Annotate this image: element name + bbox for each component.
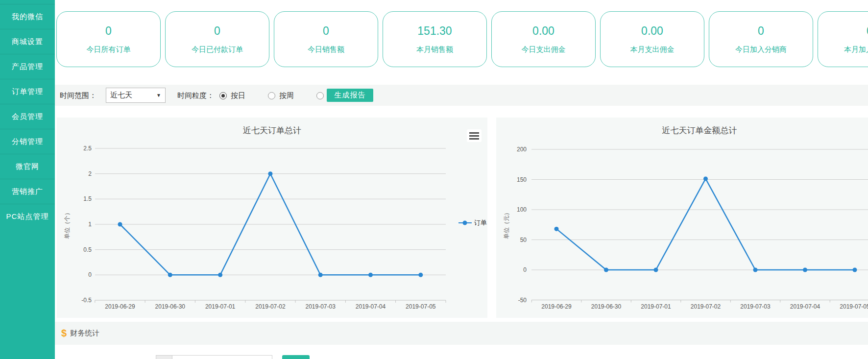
data-point [418, 273, 423, 277]
sidebar-item-partial[interactable] [0, 0, 55, 4]
finance-filter-input-group [156, 355, 272, 359]
stat-card-label: 今日已付款订单 [192, 45, 243, 54]
svg-text:2: 2 [88, 170, 92, 177]
granularity-radio-按日[interactable]: 按日 [219, 91, 245, 100]
sidebar-item-6[interactable]: 分销管理 [0, 129, 55, 154]
granularity-label: 时间粒度： [177, 91, 214, 100]
svg-text:2019-06-29: 2019-06-29 [541, 303, 572, 310]
svg-text:-50: -50 [518, 297, 527, 304]
radio-label: 按周 [279, 91, 294, 100]
finance-section-title: 财务统计 [70, 329, 99, 338]
svg-text:-0.5: -0.5 [81, 297, 92, 304]
stat-card-value: 151.30 [417, 24, 452, 38]
radio-selected-icon[interactable] [219, 92, 227, 99]
dollar-icon: $ [61, 328, 67, 339]
stat-cards-row: 0今日所有订单0今日已付款订单0今日销售额151.30本月销售额0.00今日支出… [56, 11, 868, 67]
sidebar-item-9[interactable]: PC站点管理 [0, 204, 55, 229]
data-point [703, 176, 708, 181]
svg-text:2019-06-30: 2019-06-30 [591, 303, 622, 310]
svg-text:2019-06-29: 2019-06-29 [105, 303, 135, 310]
svg-text:2019-07-04: 2019-07-04 [356, 303, 386, 310]
svg-text:2019-07-04: 2019-07-04 [790, 303, 820, 310]
data-point [268, 171, 272, 176]
sidebar-item-4[interactable]: 订单管理 [0, 79, 55, 104]
radio-unselected-icon[interactable] [316, 92, 324, 99]
svg-text:2019-07-01: 2019-07-01 [205, 303, 236, 310]
svg-text:0.5: 0.5 [83, 246, 92, 253]
stat-card-label: 本月支出佣金 [630, 45, 675, 54]
svg-text:2019-07-03: 2019-07-03 [740, 303, 771, 310]
time-range-selected-value: 近七天 [110, 91, 132, 100]
svg-text:2019-07-01: 2019-07-01 [641, 303, 671, 310]
sidebar-item-7[interactable]: 微官网 [0, 154, 55, 179]
finance-filter-input[interactable] [172, 355, 272, 359]
sidebar-item-1[interactable]: 我的微信 [0, 4, 55, 29]
stat-card: 151.30本月销售额 [383, 11, 487, 67]
stat-card-value: 0.00 [641, 24, 663, 38]
sidebar-menu: 我的微信商城设置产品管理订单管理会员管理分销管理微官网营销推广PC站点管理 [0, 4, 55, 229]
radio-unselected-icon[interactable] [268, 92, 275, 99]
svg-text:单位（个）: 单位（个） [64, 210, 71, 239]
svg-text:0: 0 [523, 266, 527, 273]
sidebar-item-2[interactable]: 商城设置 [0, 29, 55, 54]
data-point [368, 273, 373, 277]
line-chart-canvas: 200150100500-502019-06-292019-06-302019-… [496, 118, 868, 318]
stat-card-label: 今日销售额 [308, 45, 344, 54]
stat-card: 0今日已付款订单 [165, 11, 269, 67]
stat-card: 0本月加入分销商 [818, 11, 868, 67]
svg-text:50: 50 [520, 237, 527, 243]
stat-card: 0今日销售额 [274, 11, 378, 67]
data-point [168, 273, 172, 277]
stat-card-label: 本月加入分销商 [844, 45, 868, 54]
granularity-radio-按周[interactable]: 按周 [268, 91, 294, 100]
svg-text:2019-07-03: 2019-07-03 [306, 303, 336, 310]
svg-text:1.5: 1.5 [83, 195, 92, 202]
orders-chart-panel: 近七天订单总计 订单 2.521.510.50-0.52019-06-29201… [57, 118, 487, 318]
svg-text:1: 1 [88, 221, 92, 228]
data-point [118, 222, 122, 227]
stat-card-label: 本月销售额 [416, 45, 453, 54]
stat-card: 0今日所有订单 [56, 11, 161, 67]
time-range-select[interactable]: 近七天 ▼ [106, 88, 166, 103]
stat-card-value: 0 [323, 24, 329, 38]
finance-submit-button[interactable] [282, 355, 310, 359]
line-chart-canvas: 2.521.510.50-0.52019-06-292019-06-302019… [57, 118, 487, 318]
filter-bar: 时间范围： 近七天 ▼ 时间粒度： 按日按周按月 生成报告 [55, 85, 868, 106]
data-point [318, 273, 323, 277]
stat-card-value: 0 [105, 24, 112, 38]
data-point [803, 268, 807, 272]
order-amount-chart-panel: 近七天订单金额总计 200150100500-502019-06-292019-… [496, 118, 868, 318]
stat-card-value: 0.00 [532, 24, 555, 38]
svg-text:2019-07-05: 2019-07-05 [406, 303, 436, 310]
granularity-radio-group: 按日按周按月 [219, 91, 342, 100]
select-arrow-icon: ▼ [156, 93, 161, 98]
stat-card-label: 今日支出佣金 [522, 45, 566, 54]
data-point [604, 268, 608, 272]
data-point [853, 268, 857, 272]
radio-label: 按日 [231, 91, 245, 100]
stat-card-label: 今日所有订单 [87, 45, 131, 54]
data-point [654, 268, 658, 272]
finance-section-header: $ 财务统计 [55, 322, 868, 345]
input-addon [156, 355, 172, 359]
svg-text:200: 200 [517, 146, 527, 153]
data-point [555, 227, 559, 231]
stat-card-value: 0 [214, 24, 220, 38]
generate-report-button[interactable]: 生成报告 [327, 89, 373, 102]
sidebar-item-5[interactable]: 会员管理 [0, 104, 55, 129]
svg-text:100: 100 [517, 206, 527, 213]
svg-text:150: 150 [517, 176, 527, 183]
svg-text:单位（元）: 单位（元） [503, 210, 510, 239]
svg-text:2.5: 2.5 [83, 145, 92, 152]
sidebar: 我的微信商城设置产品管理订单管理会员管理分销管理微官网营销推广PC站点管理 [0, 0, 55, 359]
time-range-label: 时间范围： [60, 91, 96, 100]
svg-text:2019-06-30: 2019-06-30 [155, 303, 186, 310]
svg-text:0: 0 [88, 271, 92, 278]
stat-card: 0.00本月支出佣金 [600, 11, 704, 67]
sidebar-item-3[interactable]: 产品管理 [0, 54, 55, 79]
sidebar-item-8[interactable]: 营销推广 [0, 179, 55, 204]
svg-text:2019-07-02: 2019-07-02 [691, 303, 721, 310]
svg-text:2019-07-05: 2019-07-05 [840, 303, 868, 310]
data-point [218, 273, 222, 277]
stat-card-value: 0 [758, 24, 764, 38]
